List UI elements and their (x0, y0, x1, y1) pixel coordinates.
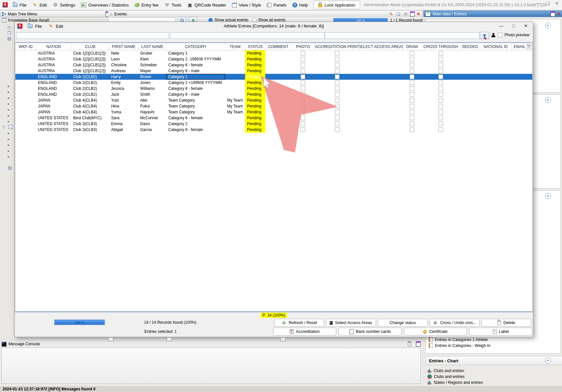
delete-button[interactable]: Delete (481, 319, 531, 327)
events-restore-icon[interactable] (410, 11, 415, 17)
accreditation-print-checkbox[interactable] (335, 92, 339, 97)
photo-checkbox[interactable] (301, 86, 305, 91)
tree-expander-icon[interactable]: ▸ (8, 102, 9, 106)
dialog-menu-file[interactable]: File (25, 22, 45, 30)
collapse-chevron-icon[interactable]: « (545, 23, 551, 28)
column-header-nation[interactable]: NATION (36, 43, 72, 50)
accreditation-print-checkbox[interactable] (335, 57, 339, 61)
cross-through-checkbox[interactable] (438, 104, 443, 108)
table-row-hina-fukui[interactable]: JAPANClub 4(CLB4)HinaFukuiTeam CategoryM… (15, 103, 532, 109)
draw-checkbox[interactable] (410, 110, 414, 114)
chart-item-clubs-and-entries-0[interactable]: Clubs and entries (427, 368, 464, 373)
draw-checkbox[interactable] (410, 80, 414, 85)
accreditation-print-checkbox[interactable] (335, 98, 339, 103)
column-header-draw[interactable]: DRAW (403, 43, 422, 50)
draw-checkbox[interactable] (410, 51, 414, 56)
photo-checkbox[interactable] (301, 51, 305, 56)
column-header-club[interactable]: CLUB (71, 43, 109, 50)
cross-through-checkbox[interactable] (438, 69, 443, 73)
column-header-status[interactable]: STATUS (245, 43, 266, 50)
tree-expander-icon[interactable]: ▸ (8, 108, 9, 111)
maximize-icon[interactable]: ❑ (546, 1, 550, 6)
column-header-accreditation-print[interactable]: ACCREDITATION PRINT (315, 43, 360, 50)
chart-item-clubs-and-entries-1[interactable]: Clubs and entries (427, 374, 464, 379)
report-item-entries-in-categories-1-athlete[interactable]: Entries in Categories 1 Athlete (429, 337, 488, 342)
tree-expander-icon[interactable]: ▸ (8, 114, 9, 117)
filter-input-1[interactable] (16, 32, 169, 39)
menu-item-view-style[interactable]: View / Style (229, 0, 264, 10)
menu-item-tools[interactable]: ⚒Tools (161, 0, 184, 10)
menu-item-settings[interactable]: ⚙Settings (50, 0, 78, 10)
draw-checkbox[interactable] (410, 92, 414, 97)
tree-expander-icon[interactable]: ▸ (8, 143, 9, 147)
photo-checkbox[interactable] (301, 63, 305, 67)
collapse-chevron-icon[interactable]: « (545, 358, 551, 364)
accreditation-print-checkbox[interactable] (335, 122, 339, 126)
menu-item-file[interactable]: File (10, 0, 29, 10)
chart-item-states-regions-and-entries-2[interactable]: States / Regions and entries (427, 380, 483, 385)
accreditation-print-checkbox[interactable] (335, 80, 339, 85)
table-row-yuto-abe[interactable]: JAPANClub 4(CLB4)YutoAbeTeam CategoryMy … (15, 97, 532, 103)
minimize-icon[interactable]: — (536, 1, 540, 6)
photo-checkbox[interactable] (301, 69, 305, 73)
change-status-button[interactable]: Change status (378, 319, 428, 327)
menu-item-qrcode-reader[interactable]: ▦QRCode Reader (184, 0, 229, 10)
accreditation-print-checkbox[interactable] (335, 51, 339, 56)
cross-through-checkbox[interactable] (438, 122, 443, 126)
photo-preview-checkbox[interactable] (498, 33, 503, 37)
photo-checkbox[interactable] (301, 74, 305, 79)
entries-chart-section-header[interactable]: Entries - Chart (425, 356, 562, 365)
main-data-close-icon[interactable]: ✕ (557, 11, 561, 16)
table-row-emma-davis[interactable]: UNITED STATESClub 3(CLB3)EmmaDavisCatego… (15, 121, 532, 127)
tree-expander-icon[interactable]: ▸ (8, 137, 9, 141)
draw-checkbox[interactable] (410, 122, 414, 126)
close-icon[interactable]: ✕ (555, 1, 559, 6)
dialog-menu-edit[interactable]: ✎ Edit (45, 22, 66, 30)
photo-checkbox[interactable] (301, 110, 305, 114)
accreditation-print-checkbox[interactable] (335, 63, 339, 67)
photo-checkbox[interactable] (301, 98, 305, 103)
accreditation-print-checkbox[interactable] (335, 104, 339, 108)
back-number-cards-button[interactable]: Back number cards (339, 328, 402, 335)
dialog-minimize-icon[interactable]: — (499, 23, 504, 28)
draw-checkbox[interactable] (410, 127, 414, 132)
menu-item-panels[interactable]: Panels (264, 0, 289, 10)
clipboard-icon[interactable]: ▤ (7, 36, 11, 41)
column-header-wkf-id[interactable]: WKF-ID (15, 43, 36, 50)
draw-checkbox[interactable] (410, 74, 414, 79)
table-row-leon-klein[interactable]: AUSTRIAClub 1[2](CLB1[2])LeonKleinCatego… (15, 56, 532, 62)
column-header-seeded[interactable]: SEEDED (460, 43, 480, 50)
draw-checkbox[interactable] (410, 86, 414, 91)
table-row-christine-schreiber[interactable]: AUSTRIAClub 1[2](CLB1[2])ChristineSchrei… (15, 62, 532, 68)
photo-preview-toggle[interactable]: Photo preview (498, 33, 529, 37)
tree-collapse-icon[interactable]: ▽ (3, 125, 5, 129)
accreditation-print-checkbox[interactable] (335, 116, 339, 120)
column-header-team[interactable]: TEAM (225, 43, 245, 50)
tree-expander-icon[interactable]: ▸ (8, 90, 9, 94)
accreditation-print-checkbox[interactable] (335, 127, 339, 132)
certificate-button[interactable]: Certificate (404, 328, 467, 335)
events-history-icon[interactable]: ◷ (403, 11, 408, 17)
cross-through-checkbox[interactable] (438, 51, 443, 56)
menu-item-edit[interactable]: ✎Edit (29, 0, 50, 10)
tree-expander-icon[interactable]: ▸ (8, 149, 9, 153)
tree-expander-icon[interactable]: ▸ (8, 96, 9, 100)
menu-item-overviews-statistics[interactable]: Overviews / Statistics (78, 0, 132, 10)
cross-through-checkbox[interactable] (438, 74, 443, 79)
cross-through-checkbox[interactable] (438, 92, 443, 97)
photo-checkbox[interactable] (301, 122, 305, 126)
cross-through-checkbox[interactable] (438, 98, 443, 103)
draw-checkbox[interactable] (410, 57, 414, 61)
draw-checkbox[interactable] (410, 63, 414, 67)
cross-through-checkbox[interactable] (438, 80, 443, 85)
filter-input-3[interactable] (325, 32, 480, 39)
history-icon[interactable]: ◷ (7, 25, 11, 30)
cross-through-checkbox[interactable] (438, 110, 443, 114)
column-header-photo[interactable]: PHOTO (291, 43, 315, 50)
table-row-nele-gruber[interactable]: AUSTRIAClub 1[2](CLB1[2])NeleGruberCateg… (15, 50, 532, 56)
cross-through-checkbox[interactable] (438, 116, 443, 120)
cross-through-checkbox[interactable] (438, 86, 443, 91)
accreditation-print-checkbox[interactable] (335, 69, 339, 73)
events-copy-icon[interactable]: ❏ (396, 11, 401, 17)
column-header-first-name[interactable]: FIRST NAME (109, 43, 139, 50)
